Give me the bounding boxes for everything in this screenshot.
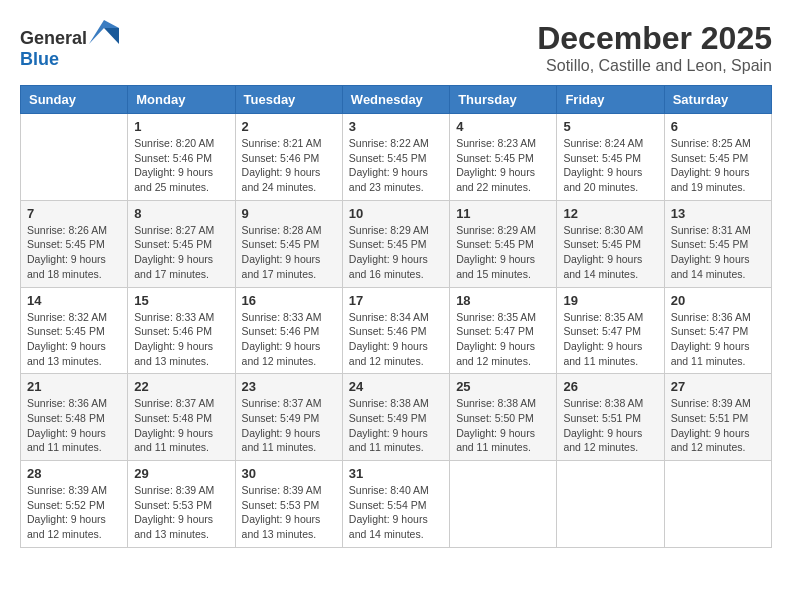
day-info: Sunrise: 8:31 AMSunset: 5:45 PMDaylight:… (671, 223, 765, 282)
weekday-header-sunday: Sunday (21, 86, 128, 114)
day-info: Sunrise: 8:21 AMSunset: 5:46 PMDaylight:… (242, 136, 336, 195)
day-cell (21, 114, 128, 201)
weekday-header-tuesday: Tuesday (235, 86, 342, 114)
day-info: Sunrise: 8:27 AMSunset: 5:45 PMDaylight:… (134, 223, 228, 282)
day-number: 22 (134, 379, 228, 394)
day-number: 9 (242, 206, 336, 221)
day-number: 16 (242, 293, 336, 308)
day-cell: 1Sunrise: 8:20 AMSunset: 5:46 PMDaylight… (128, 114, 235, 201)
logo-bird-icon (89, 20, 119, 44)
day-cell: 24Sunrise: 8:38 AMSunset: 5:49 PMDayligh… (342, 374, 449, 461)
logo: General Blue (20, 20, 119, 70)
day-info: Sunrise: 8:36 AMSunset: 5:47 PMDaylight:… (671, 310, 765, 369)
day-number: 29 (134, 466, 228, 481)
day-info: Sunrise: 8:24 AMSunset: 5:45 PMDaylight:… (563, 136, 657, 195)
day-cell (557, 461, 664, 548)
header: General Blue December 2025 Sotillo, Cast… (20, 20, 772, 75)
day-cell: 3Sunrise: 8:22 AMSunset: 5:45 PMDaylight… (342, 114, 449, 201)
day-number: 26 (563, 379, 657, 394)
day-info: Sunrise: 8:23 AMSunset: 5:45 PMDaylight:… (456, 136, 550, 195)
day-cell: 5Sunrise: 8:24 AMSunset: 5:45 PMDaylight… (557, 114, 664, 201)
day-cell: 16Sunrise: 8:33 AMSunset: 5:46 PMDayligh… (235, 287, 342, 374)
day-cell: 7Sunrise: 8:26 AMSunset: 5:45 PMDaylight… (21, 200, 128, 287)
day-info: Sunrise: 8:37 AMSunset: 5:49 PMDaylight:… (242, 396, 336, 455)
day-info: Sunrise: 8:35 AMSunset: 5:47 PMDaylight:… (563, 310, 657, 369)
day-cell: 30Sunrise: 8:39 AMSunset: 5:53 PMDayligh… (235, 461, 342, 548)
day-cell: 9Sunrise: 8:28 AMSunset: 5:45 PMDaylight… (235, 200, 342, 287)
day-info: Sunrise: 8:39 AMSunset: 5:52 PMDaylight:… (27, 483, 121, 542)
logo-general: General (20, 28, 87, 48)
day-info: Sunrise: 8:38 AMSunset: 5:49 PMDaylight:… (349, 396, 443, 455)
day-cell (664, 461, 771, 548)
day-info: Sunrise: 8:28 AMSunset: 5:45 PMDaylight:… (242, 223, 336, 282)
day-cell: 29Sunrise: 8:39 AMSunset: 5:53 PMDayligh… (128, 461, 235, 548)
day-info: Sunrise: 8:38 AMSunset: 5:50 PMDaylight:… (456, 396, 550, 455)
day-info: Sunrise: 8:22 AMSunset: 5:45 PMDaylight:… (349, 136, 443, 195)
day-info: Sunrise: 8:37 AMSunset: 5:48 PMDaylight:… (134, 396, 228, 455)
week-row-3: 14Sunrise: 8:32 AMSunset: 5:45 PMDayligh… (21, 287, 772, 374)
calendar-title: December 2025 (537, 20, 772, 57)
day-number: 3 (349, 119, 443, 134)
day-number: 27 (671, 379, 765, 394)
day-cell: 13Sunrise: 8:31 AMSunset: 5:45 PMDayligh… (664, 200, 771, 287)
day-info: Sunrise: 8:26 AMSunset: 5:45 PMDaylight:… (27, 223, 121, 282)
day-info: Sunrise: 8:33 AMSunset: 5:46 PMDaylight:… (134, 310, 228, 369)
day-cell: 15Sunrise: 8:33 AMSunset: 5:46 PMDayligh… (128, 287, 235, 374)
weekday-header-thursday: Thursday (450, 86, 557, 114)
day-number: 21 (27, 379, 121, 394)
day-number: 15 (134, 293, 228, 308)
day-cell: 10Sunrise: 8:29 AMSunset: 5:45 PMDayligh… (342, 200, 449, 287)
weekday-header-friday: Friday (557, 86, 664, 114)
weekday-header-row: SundayMondayTuesdayWednesdayThursdayFrid… (21, 86, 772, 114)
day-cell: 21Sunrise: 8:36 AMSunset: 5:48 PMDayligh… (21, 374, 128, 461)
day-cell: 17Sunrise: 8:34 AMSunset: 5:46 PMDayligh… (342, 287, 449, 374)
weekday-header-saturday: Saturday (664, 86, 771, 114)
day-number: 18 (456, 293, 550, 308)
day-cell: 4Sunrise: 8:23 AMSunset: 5:45 PMDaylight… (450, 114, 557, 201)
day-cell: 28Sunrise: 8:39 AMSunset: 5:52 PMDayligh… (21, 461, 128, 548)
title-area: December 2025 Sotillo, Castille and Leon… (537, 20, 772, 75)
day-info: Sunrise: 8:36 AMSunset: 5:48 PMDaylight:… (27, 396, 121, 455)
day-number: 10 (349, 206, 443, 221)
day-number: 6 (671, 119, 765, 134)
day-number: 28 (27, 466, 121, 481)
day-info: Sunrise: 8:33 AMSunset: 5:46 PMDaylight:… (242, 310, 336, 369)
day-info: Sunrise: 8:34 AMSunset: 5:46 PMDaylight:… (349, 310, 443, 369)
day-cell: 20Sunrise: 8:36 AMSunset: 5:47 PMDayligh… (664, 287, 771, 374)
day-info: Sunrise: 8:29 AMSunset: 5:45 PMDaylight:… (456, 223, 550, 282)
day-info: Sunrise: 8:38 AMSunset: 5:51 PMDaylight:… (563, 396, 657, 455)
day-cell: 8Sunrise: 8:27 AMSunset: 5:45 PMDaylight… (128, 200, 235, 287)
day-cell: 25Sunrise: 8:38 AMSunset: 5:50 PMDayligh… (450, 374, 557, 461)
day-number: 24 (349, 379, 443, 394)
svg-marker-1 (104, 28, 119, 44)
calendar-subtitle: Sotillo, Castille and Leon, Spain (537, 57, 772, 75)
day-number: 13 (671, 206, 765, 221)
day-number: 19 (563, 293, 657, 308)
day-number: 20 (671, 293, 765, 308)
day-info: Sunrise: 8:39 AMSunset: 5:53 PMDaylight:… (242, 483, 336, 542)
day-info: Sunrise: 8:40 AMSunset: 5:54 PMDaylight:… (349, 483, 443, 542)
day-cell: 31Sunrise: 8:40 AMSunset: 5:54 PMDayligh… (342, 461, 449, 548)
day-info: Sunrise: 8:20 AMSunset: 5:46 PMDaylight:… (134, 136, 228, 195)
day-cell: 18Sunrise: 8:35 AMSunset: 5:47 PMDayligh… (450, 287, 557, 374)
weekday-header-wednesday: Wednesday (342, 86, 449, 114)
day-number: 30 (242, 466, 336, 481)
day-number: 5 (563, 119, 657, 134)
day-info: Sunrise: 8:30 AMSunset: 5:45 PMDaylight:… (563, 223, 657, 282)
day-number: 8 (134, 206, 228, 221)
week-row-2: 7Sunrise: 8:26 AMSunset: 5:45 PMDaylight… (21, 200, 772, 287)
day-number: 11 (456, 206, 550, 221)
day-number: 31 (349, 466, 443, 481)
day-cell: 11Sunrise: 8:29 AMSunset: 5:45 PMDayligh… (450, 200, 557, 287)
day-info: Sunrise: 8:32 AMSunset: 5:45 PMDaylight:… (27, 310, 121, 369)
day-info: Sunrise: 8:35 AMSunset: 5:47 PMDaylight:… (456, 310, 550, 369)
day-cell: 26Sunrise: 8:38 AMSunset: 5:51 PMDayligh… (557, 374, 664, 461)
weekday-header-monday: Monday (128, 86, 235, 114)
day-cell: 22Sunrise: 8:37 AMSunset: 5:48 PMDayligh… (128, 374, 235, 461)
day-cell: 6Sunrise: 8:25 AMSunset: 5:45 PMDaylight… (664, 114, 771, 201)
day-info: Sunrise: 8:25 AMSunset: 5:45 PMDaylight:… (671, 136, 765, 195)
logo-wordmark: General Blue (20, 20, 119, 70)
day-number: 4 (456, 119, 550, 134)
day-number: 2 (242, 119, 336, 134)
day-number: 7 (27, 206, 121, 221)
